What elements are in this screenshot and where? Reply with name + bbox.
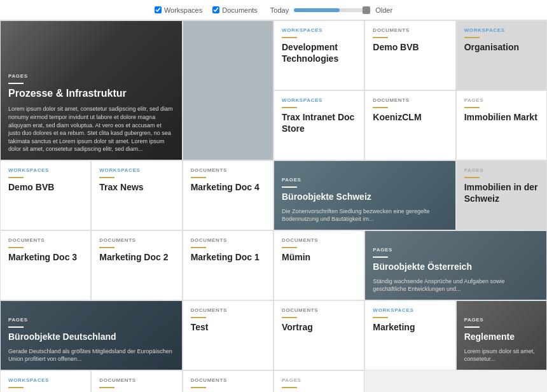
timeline-fill (294, 8, 340, 12)
card-koenizclm[interactable]: DOCUMENTS KoenizCLM (364, 90, 455, 160)
card-type-line-marketing3 (8, 247, 24, 248)
card-demo-bvb-2[interactable]: WORKSPACES Demo BVB (0, 160, 91, 230)
card-bueroobjekte-deutschland[interactable]: PAGES Büroobjekte Deutschland Gerade Deu… (0, 300, 183, 370)
card-title-dev-tech: Development Technologies (282, 41, 356, 64)
card-title-test: Test (191, 321, 265, 333)
card-bottom-pages[interactable]: PAGES (274, 370, 364, 392)
card-bueroobjekte-schweiz[interactable]: PAGES Büroobjekte Schweiz Die Zonenvorsc… (274, 160, 456, 230)
card-type-line-bottom-ws (8, 387, 24, 388)
card-type-test: DOCUMENTS (191, 307, 265, 313)
workspaces-checkbox[interactable] (155, 6, 162, 13)
card-development-technologies[interactable]: WORKSPACES Development Technologies (274, 20, 364, 90)
card-type-bottom-doc2: DOCUMENTS (191, 377, 265, 383)
card-bueroobjekte-oesterreich[interactable]: PAGES Büroobjekte Österreich Ständig wac… (364, 230, 547, 300)
card-type-bottom-ws: WORKSPACES (8, 377, 83, 383)
card-title-mumin: Mümin (282, 251, 356, 263)
top-bar: Workspaces Documents Today Older (0, 0, 547, 20)
card-mumin[interactable]: DOCUMENTS Mümin (274, 230, 364, 300)
card-type-schweiz: PAGES (282, 177, 448, 183)
filter-workspaces[interactable]: Workspaces (155, 6, 202, 14)
card-type-line-demo-bvb1 (373, 37, 388, 38)
card-title-marketing-ws: Marketing (373, 321, 447, 333)
card-type-line-test (191, 317, 206, 318)
card-immobilien-schweiz[interactable]: PAGES Immobilien in der Schweiz (456, 160, 547, 230)
card-type-line-immo-schweiz (464, 177, 480, 178)
card-desc-reglemente: Lorem ipsum dolor sit amet, consetetur..… (464, 347, 539, 363)
card-grid: PAGES Prozesse & Infrastruktur Lorem ips… (0, 20, 547, 392)
card-reglemente[interactable]: PAGES Reglemente Lorem ipsum dolor sit a… (456, 300, 547, 370)
card-desc-oesterreich: Ständig wachsende Ansprüche und Aufgaben… (373, 277, 539, 293)
card-marketing-doc-1[interactable]: DOCUMENTS Marketing Doc 1 (183, 230, 274, 300)
card-type-deutschland: PAGES (8, 317, 174, 323)
card-type-line-vortrag (282, 317, 297, 318)
card-type-line-trax-news (99, 177, 114, 178)
card-type-reglemente: PAGES (464, 317, 539, 323)
card-type-org: WORKSPACES (464, 27, 539, 33)
card-title-marketing4: Marketing Doc 4 (191, 181, 265, 193)
card-type-line-bottom-pages (282, 387, 297, 388)
card-title-marketing2: Marketing Doc 2 (99, 251, 174, 263)
card-title-demo-bvb2: Demo BVB (8, 181, 83, 193)
card-title-oesterreich: Büroobjekte Österreich (373, 261, 539, 272)
card-immobilien-markt[interactable]: PAGES Immobilien Markt (456, 90, 547, 160)
card-type-line-demo-bvb2 (8, 177, 24, 178)
card-dark-block (183, 20, 274, 160)
card-title-prozesse: Prozesse & Infrastruktur (8, 87, 174, 101)
card-type-line-immobilien-markt (464, 107, 480, 108)
card-type-line-koenizclm (373, 107, 388, 108)
card-type-line-deutschland (8, 326, 24, 328)
today-label: Today (270, 6, 289, 14)
card-type-line-marketing1 (191, 247, 206, 248)
card-type-marketing2: DOCUMENTS (99, 237, 174, 243)
filter-group: Workspaces Documents (155, 6, 258, 14)
card-trax-news[interactable]: WORKSPACES Trax News (91, 160, 182, 230)
timeline-bar[interactable] (294, 8, 370, 12)
card-title-koenizclm: KoenizCLM (373, 111, 447, 123)
card-type-koenizclm: DOCUMENTS (373, 97, 447, 103)
card-type-marketing-ws: WORKSPACES (373, 307, 447, 313)
card-title-org: Organisation (464, 41, 539, 53)
card-title-trax-news: Trax News (99, 181, 174, 193)
card-demo-bvb-1[interactable]: DOCUMENTS Demo BVB (364, 20, 455, 90)
card-type-marketing4: DOCUMENTS (191, 167, 265, 173)
card-title-marketing1: Marketing Doc 1 (191, 251, 265, 263)
documents-checkbox[interactable] (212, 6, 219, 13)
card-type-bottom-doc: DOCUMENTS (99, 377, 174, 383)
card-title-deutschland: Büroobjekte Deutschland (8, 331, 174, 342)
card-desc-deutschland: Gerade Deutschland als größtes Mitglieds… (8, 347, 174, 363)
card-type-line-oesterreich (373, 256, 388, 258)
card-marketing-doc-4[interactable]: DOCUMENTS Marketing Doc 4 (183, 160, 274, 230)
card-type-line-marketing-ws (373, 317, 388, 318)
card-title-marketing3: Marketing Doc 3 (8, 251, 83, 263)
card-trax-intranet[interactable]: WORKSPACES Trax Intranet Doc Store (274, 90, 364, 160)
card-type-demo-bvb2: WORKSPACES (8, 167, 83, 173)
card-title-schweiz: Büroobjekte Schweiz (282, 191, 448, 202)
card-bottom-doc2[interactable]: DOCUMENTS (183, 370, 274, 392)
card-type-marketing1: DOCUMENTS (191, 237, 265, 243)
card-desc-prozesse: Lorem ipsum dolor sit amet, consetetur s… (8, 105, 174, 153)
card-marketing-doc-3[interactable]: DOCUMENTS Marketing Doc 3 (0, 230, 91, 300)
card-type-trax-intranet: WORKSPACES (282, 97, 356, 103)
card-vortrag[interactable]: DOCUMENTS Vortrag (274, 300, 364, 370)
card-marketing-doc-2[interactable]: DOCUMENTS Marketing Doc 2 (91, 230, 182, 300)
card-type-line-mumin (282, 247, 297, 248)
card-type-immobilien-markt: PAGES (464, 97, 539, 103)
card-type-immo-schweiz: PAGES (464, 167, 539, 173)
card-title-vortrag: Vortrag (282, 321, 356, 333)
card-type-bottom-pages: PAGES (282, 377, 356, 383)
older-label: Older (375, 6, 392, 14)
card-type-line-reglemente (464, 326, 480, 328)
card-organisation[interactable]: WORKSPACES Organisation (456, 20, 547, 90)
card-bottom-ws[interactable]: WORKSPACES (0, 370, 91, 392)
timeline-handle[interactable] (363, 6, 370, 14)
card-test[interactable]: DOCUMENTS Test (183, 300, 274, 370)
card-type-line-org (464, 37, 480, 38)
card-bottom-doc[interactable]: DOCUMENTS (91, 370, 182, 392)
card-type-trax-news: WORKSPACES (99, 167, 174, 173)
card-title-immobilien-markt: Immobilien Markt (464, 111, 539, 123)
card-marketing-ws[interactable]: WORKSPACES Marketing (364, 300, 455, 370)
card-prozesse[interactable]: PAGES Prozesse & Infrastruktur Lorem ips… (0, 20, 183, 160)
filter-documents[interactable]: Documents (212, 6, 258, 14)
timeline-section: Today Older (270, 6, 392, 14)
card-type-line-trax-intranet (282, 107, 297, 108)
